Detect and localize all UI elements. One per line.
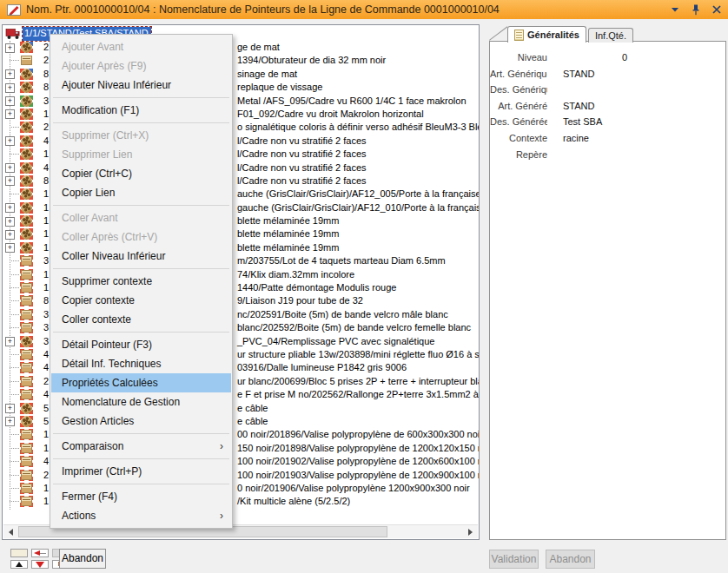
menu-item[interactable]: Détail Inf. Techniques <box>51 354 231 373</box>
menu-item[interactable]: Imprimer (Ctrl+P) <box>51 462 231 481</box>
row-label: 9/Liaison J19 pour tube de 32 <box>237 294 363 307</box>
submenu-arrow-icon: › <box>220 506 223 525</box>
expander-icon[interactable]: + <box>5 404 15 413</box>
menu-item[interactable]: Gestion Articles <box>51 412 231 431</box>
box-icon <box>20 55 33 66</box>
field-value: racine <box>563 130 589 147</box>
row-label: Metal /AFS_095/Cadre vu R600 1/4C 1 face… <box>237 95 467 108</box>
row-label: blette mélaminée 19mm <box>237 227 339 240</box>
part-icon <box>20 188 33 200</box>
menu-item[interactable]: Fermer (F4) <box>51 487 231 506</box>
menu-item[interactable]: Ajouter Avant <box>51 37 231 56</box>
row-label: 0 noir/201906/Valise polypropylène 1200x… <box>237 482 470 495</box>
flag-icon <box>34 550 40 556</box>
tree-connector <box>10 448 19 449</box>
field-list: Niveau0Art. GénériqueSTANDDes. GénériquA… <box>490 49 725 162</box>
menu-item[interactable]: Copier contexte <box>51 291 231 310</box>
expander-icon[interactable]: + <box>5 43 15 53</box>
row-quantity: 3 <box>43 254 49 267</box>
expander-icon[interactable]: + <box>5 163 15 173</box>
box-icon <box>20 483 33 494</box>
menu-item[interactable]: Coller Niveau Inférieur <box>51 247 231 266</box>
expander-icon[interactable]: + <box>5 176 15 186</box>
menu-item[interactable]: Coller Avant <box>51 208 231 227</box>
tree-connector <box>10 287 19 288</box>
row-quantity: 1 <box>43 241 49 254</box>
expander-icon[interactable]: + <box>5 203 15 213</box>
part-icon <box>20 175 33 187</box>
tree-connector <box>10 300 19 301</box>
row-label: /Kit multicle alène (5/2.5/2) <box>237 495 350 508</box>
expander-icon[interactable]: + <box>5 109 15 119</box>
row-quantity: 8 <box>43 294 49 307</box>
menu-item[interactable]: Détail Pointeur (F3) <box>51 335 231 354</box>
field-label: Niveau <box>490 49 547 66</box>
row-label: gauche (GrisClair/GrisClair)/AF12_010/Po… <box>237 201 480 214</box>
menu-item[interactable]: Supprimer contexte <box>51 272 231 291</box>
expander-icon[interactable]: + <box>5 83 15 93</box>
menu-item[interactable]: Supprimer (Ctrl+X) <box>51 126 231 145</box>
row-label: m/203755/Lot de 4 taquets marteau Diam 6… <box>237 254 446 267</box>
tab-inf-qte[interactable]: Inf.Qté. <box>588 28 633 43</box>
menu-item[interactable]: Propriétés Calculées <box>51 373 231 392</box>
expander-icon[interactable]: + <box>5 417 15 426</box>
row-label: o signalétique coloris à définir verso a… <box>237 121 480 134</box>
row-quantity: 2 <box>43 54 49 67</box>
nav-flag-button[interactable] <box>31 549 49 557</box>
abandon-button[interactable]: Abandon <box>59 549 106 569</box>
row-label: e câble <box>237 402 268 415</box>
row-label: l/Cadre non vu stratifié 2 faces <box>237 148 367 161</box>
expander-icon[interactable]: + <box>5 69 15 79</box>
window-title: Nom. Ptr. 0001000010/04 : Nomenclature d… <box>26 3 500 16</box>
row-quantity: 1 <box>43 281 49 294</box>
menu-item[interactable]: Comparaison› <box>51 437 231 456</box>
row-quantity: 4 <box>43 348 49 361</box>
expander-icon[interactable]: + <box>5 243 15 253</box>
tree-connector <box>10 501 19 502</box>
expander-icon[interactable]: + <box>5 230 15 240</box>
nav-up-button[interactable] <box>10 560 28 569</box>
menu-item[interactable]: Supprimer Lien <box>51 145 231 164</box>
tab-generalites[interactable]: Généralités <box>507 26 586 43</box>
triangle-right-icon <box>468 529 473 536</box>
menu-item[interactable]: Ajouter Après (F9) <box>51 56 231 76</box>
row-quantity: 1 <box>43 201 49 214</box>
field-label: Repère <box>490 147 547 163</box>
close-icon[interactable] <box>712 5 721 14</box>
tree-connector <box>10 367 19 368</box>
field-row: Niveau0 <box>490 49 725 66</box>
field-row: Repère <box>490 147 725 163</box>
row-quantity: 2 <box>43 375 49 388</box>
nav-blank-button[interactable] <box>10 549 28 557</box>
scroll-left-button[interactable] <box>3 525 18 538</box>
menu-item[interactable]: Copier Lien <box>51 183 231 202</box>
expander-icon[interactable]: + <box>5 217 15 227</box>
abandon-button-right[interactable]: Abandon <box>546 550 595 569</box>
chevron-down-icon[interactable] <box>671 6 679 13</box>
pin-icon[interactable] <box>692 4 700 16</box>
box-icon <box>20 389 33 400</box>
part-icon <box>20 69 33 80</box>
note-icon <box>514 30 524 41</box>
scroll-right-button[interactable] <box>463 525 478 538</box>
menu-item[interactable]: Actions› <box>51 506 231 525</box>
nav-down-button[interactable] <box>31 560 49 569</box>
expander-icon[interactable]: + <box>5 136 15 146</box>
menu-separator <box>53 268 229 269</box>
menu-item[interactable]: Nomenclature de Gestion <box>51 392 231 412</box>
part-icon <box>20 202 33 214</box>
menu-item[interactable]: Modification (F1) <box>51 101 231 120</box>
menu-separator <box>53 122 229 123</box>
row-quantity: 8 <box>43 81 49 94</box>
menu-item[interactable]: Coller contexte <box>51 310 231 329</box>
box-icon <box>20 470 33 481</box>
menu-item[interactable]: Ajouter Niveau Inférieur <box>51 76 231 95</box>
menu-item[interactable]: Copier (Ctrl+C) <box>51 164 231 183</box>
field-row: Contexteracine <box>490 130 725 147</box>
menu-item[interactable]: Coller Après (Ctrl+V) <box>51 227 231 247</box>
validation-button[interactable]: Validation <box>489 550 539 569</box>
expander-icon[interactable]: + <box>5 96 15 106</box>
tree-connector <box>10 127 19 128</box>
tree-connector <box>10 434 19 435</box>
expander-icon[interactable]: + <box>5 337 15 346</box>
